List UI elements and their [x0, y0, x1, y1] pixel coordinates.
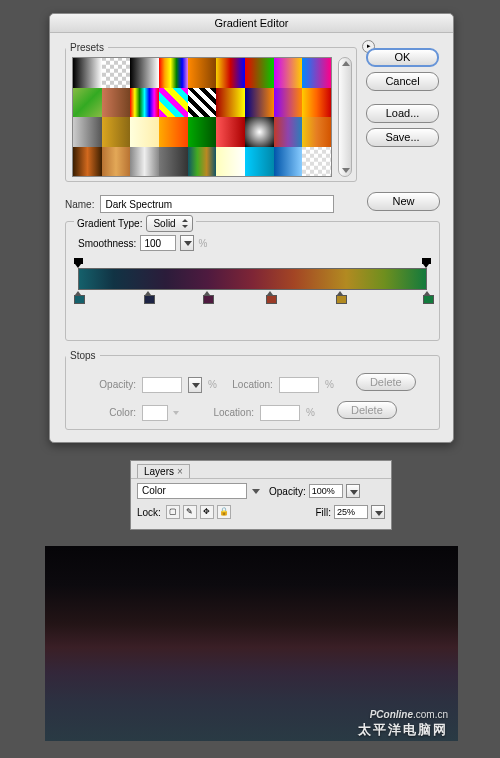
- preset-swatch[interactable]: [302, 117, 331, 147]
- color-stop[interactable]: [203, 291, 212, 302]
- preset-swatch[interactable]: [102, 58, 131, 88]
- save-button[interactable]: Save...: [366, 128, 439, 147]
- new-button[interactable]: New: [367, 192, 440, 211]
- lock-icon[interactable]: ▢: [166, 505, 180, 519]
- smoothness-dropdown[interactable]: [180, 235, 194, 251]
- preset-swatch[interactable]: [73, 88, 102, 118]
- preset-swatch[interactable]: [102, 88, 131, 118]
- opacity-stop-right[interactable]: [422, 258, 431, 267]
- preset-swatch[interactable]: [102, 117, 131, 147]
- gradient-bar-wrap: [78, 268, 427, 290]
- ok-button[interactable]: OK: [366, 48, 439, 67]
- close-icon[interactable]: ×: [177, 466, 183, 477]
- gradient-type-group: Gradient Type: Solid Smoothness: %: [65, 221, 440, 341]
- preset-swatch-grid: [72, 57, 332, 177]
- preset-swatch[interactable]: [130, 88, 159, 118]
- button-column: OK Cancel Load... Save...: [366, 48, 439, 152]
- opacity-stop-dropdown[interactable]: [188, 377, 202, 393]
- preset-swatch[interactable]: [216, 117, 245, 147]
- fill-dropdown[interactable]: [371, 505, 385, 519]
- opacity-stop-input[interactable]: [142, 377, 182, 393]
- cancel-button[interactable]: Cancel: [366, 72, 439, 91]
- watermark-cn: 太平洋电脑网: [358, 721, 448, 739]
- preset-swatch[interactable]: [302, 147, 331, 177]
- preset-swatch[interactable]: [216, 58, 245, 88]
- preset-swatch[interactable]: [245, 88, 274, 118]
- blend-mode-select[interactable]: Color: [137, 483, 247, 499]
- preset-swatch[interactable]: [188, 88, 217, 118]
- lock-icon[interactable]: 🔒: [217, 505, 231, 519]
- preset-swatch[interactable]: [188, 117, 217, 147]
- presets-legend: Presets: [66, 42, 108, 53]
- preset-swatch[interactable]: [274, 58, 303, 88]
- watermark-brand: PConline.com.cn: [370, 703, 448, 723]
- layers-tab[interactable]: Layers×: [137, 464, 190, 478]
- preset-swatch[interactable]: [159, 147, 188, 177]
- name-label: Name:: [65, 199, 94, 210]
- color-swatch[interactable]: [142, 405, 168, 421]
- preset-swatch[interactable]: [274, 117, 303, 147]
- location-label: Location:: [223, 379, 273, 390]
- gradient-bar[interactable]: [78, 268, 427, 290]
- preset-swatch[interactable]: [302, 58, 331, 88]
- percent-sign: %: [198, 238, 207, 249]
- color-stop[interactable]: [336, 291, 345, 302]
- gradient-editor-dialog: Gradient Editor ▸ Presets OK Cancel Load…: [49, 13, 454, 443]
- smoothness-input[interactable]: [140, 235, 176, 251]
- preset-swatch[interactable]: [216, 147, 245, 177]
- color-stop-label: Color:: [86, 407, 136, 418]
- opacity-stop-left[interactable]: [74, 258, 83, 267]
- preset-swatch[interactable]: [245, 58, 274, 88]
- preset-swatch[interactable]: [102, 147, 131, 177]
- gradient-preview: PConline.com.cn 太平洋电脑网: [45, 546, 458, 741]
- stops-group: Stops Opacity: % Location: % Delete Colo…: [65, 350, 440, 430]
- preset-swatch[interactable]: [216, 88, 245, 118]
- preset-swatch[interactable]: [159, 88, 188, 118]
- load-button[interactable]: Load...: [366, 104, 439, 123]
- preset-swatch[interactable]: [245, 117, 274, 147]
- name-row: Name: New: [65, 193, 440, 215]
- presets-group: Presets: [65, 42, 357, 182]
- percent-sign: %: [208, 379, 217, 390]
- preset-swatch[interactable]: [302, 88, 331, 118]
- preset-swatch[interactable]: [159, 58, 188, 88]
- opacity-delete-button[interactable]: Delete: [356, 373, 416, 391]
- stops-legend: Stops: [66, 350, 100, 361]
- layer-opacity-input[interactable]: 100%: [309, 484, 343, 498]
- color-delete-button[interactable]: Delete: [337, 401, 397, 419]
- preset-swatch[interactable]: [245, 147, 274, 177]
- preset-swatch[interactable]: [188, 58, 217, 88]
- location-label: Location:: [204, 407, 254, 418]
- layer-fill-input[interactable]: 25%: [334, 505, 368, 519]
- layers-panel: Layers× Color Opacity: 100% Lock: ▢✎✥🔒 F…: [130, 460, 392, 530]
- color-stop[interactable]: [266, 291, 275, 302]
- color-stop[interactable]: [423, 291, 432, 302]
- name-input[interactable]: [100, 195, 334, 213]
- preset-swatch[interactable]: [73, 147, 102, 177]
- opacity-location-input[interactable]: [279, 377, 319, 393]
- color-stop[interactable]: [74, 291, 83, 302]
- preset-swatch[interactable]: [274, 88, 303, 118]
- color-location-input[interactable]: [260, 405, 300, 421]
- preset-swatch[interactable]: [73, 58, 102, 88]
- lock-icon[interactable]: ✥: [200, 505, 214, 519]
- smoothness-label: Smoothness:: [78, 238, 136, 249]
- preset-swatch[interactable]: [130, 147, 159, 177]
- color-stop[interactable]: [144, 291, 153, 302]
- opacity-dropdown[interactable]: [346, 484, 360, 498]
- type-select[interactable]: Solid: [146, 215, 192, 232]
- preset-swatch[interactable]: [130, 58, 159, 88]
- type-label: Gradient Type:: [77, 218, 142, 229]
- preset-swatch[interactable]: [159, 117, 188, 147]
- preset-swatch[interactable]: [73, 117, 102, 147]
- preset-swatch[interactable]: [274, 147, 303, 177]
- percent-sign: %: [325, 379, 334, 390]
- lock-icon[interactable]: ✎: [183, 505, 197, 519]
- dialog-title: Gradient Editor: [50, 14, 453, 33]
- lock-label: Lock:: [137, 507, 161, 518]
- preset-swatch[interactable]: [188, 147, 217, 177]
- preset-scrollbar[interactable]: [338, 57, 352, 177]
- preset-swatch[interactable]: [130, 117, 159, 147]
- opacity-stop-label: Opacity:: [86, 379, 136, 390]
- opacity-label: Opacity:: [269, 486, 306, 497]
